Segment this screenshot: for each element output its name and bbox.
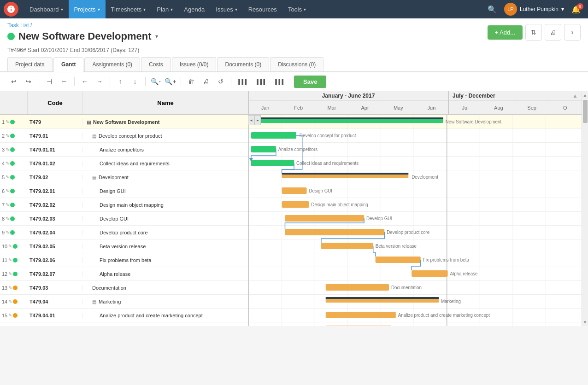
vertical-scrollbar[interactable]: ▲ ▼ — [582, 91, 588, 326]
undo-button[interactable]: ↩ — [7, 75, 20, 88]
nav-agenda[interactable]: Agenda — [178, 0, 210, 18]
chart-row-6 — [249, 184, 582, 198]
scroll-up-button[interactable]: ▲ — [582, 91, 588, 99]
table-row[interactable]: 6✎ T479.02.01 Design GUI — [0, 184, 248, 198]
edit-icon[interactable]: ✎ — [6, 133, 9, 138]
scroll-right-arrow[interactable]: ▸ — [254, 115, 261, 125]
redo-button[interactable]: ↪ — [22, 75, 35, 88]
tabs-bar: Project data Gantt Assignments (0) Costs… — [0, 57, 588, 72]
scroll-up-icon[interactable]: ▲ — [572, 93, 578, 99]
indent-left-button[interactable]: ⊣ — [43, 75, 56, 88]
chevron-down-icon: ▾ — [98, 7, 100, 12]
tab-costs[interactable]: Costs — [141, 57, 171, 71]
table-row[interactable]: 4✎ T479.01.02 Collect ideas and requirem… — [0, 157, 248, 170]
view-cols-3-button[interactable]: ▌▌▌ — [272, 75, 288, 88]
refresh-button[interactable]: ↺ — [214, 75, 227, 88]
tab-assignments[interactable]: Assignments (0) — [84, 57, 140, 71]
table-row[interactable]: 14✎ T479.04 ▤ Marketing — [0, 295, 248, 309]
col-num-header — [0, 91, 28, 114]
view-cols-2-button[interactable]: ▌▌▌ — [253, 75, 270, 88]
nav-issues[interactable]: Issues▾ — [210, 0, 243, 18]
edit-icon[interactable]: ✎ — [6, 175, 9, 180]
tab-gantt[interactable]: Gantt — [53, 57, 83, 72]
tab-issues[interactable]: Issues (0/0) — [172, 57, 217, 71]
nav-timesheets[interactable]: Timesheets▾ — [106, 0, 152, 18]
edit-icon[interactable]: ✎ — [6, 202, 9, 207]
notifications-bell[interactable]: 🔔 9 — [568, 3, 584, 16]
status-dot — [10, 120, 15, 124]
breadcrumb[interactable]: Task List / — [7, 22, 32, 29]
collapse-icon[interactable]: ▤ — [87, 120, 91, 125]
chevron-down-icon: ▾ — [304, 7, 306, 12]
toggle-columns-button[interactable]: ⇅ — [525, 24, 542, 41]
project-chevron-icon[interactable]: ▾ — [155, 33, 158, 40]
tab-project-data[interactable]: Project data — [7, 57, 53, 71]
table-row[interactable]: 11✎ T479.02.06 Fix problems from beta — [0, 253, 248, 267]
view-cols-1-button[interactable]: ▌▌▌ — [235, 75, 252, 88]
nav-resources[interactable]: Resources — [243, 0, 282, 18]
chart-row-5 — [249, 170, 582, 184]
edit-icon[interactable]: ✎ — [8, 244, 12, 249]
nav-tools[interactable]: Tools▾ — [282, 0, 312, 18]
tab-discussions[interactable]: Discussions (0) — [270, 57, 323, 71]
status-dot — [13, 313, 18, 318]
top-navigation: Dashboard▾ Projects▾ Timesheets▾ Plan▾ A… — [0, 0, 588, 18]
table-row[interactable]: 15✎ T479.04.01 Analize product and creat… — [0, 309, 248, 322]
collapse-icon[interactable]: ▤ — [92, 299, 96, 304]
table-row[interactable]: 9✎ T479.02.04 Develop product core — [0, 226, 248, 239]
table-row[interactable]: 10✎ T479.02.05 Beta version release — [0, 239, 248, 253]
table-row[interactable]: 12✎ T479.02.07 Alpha release — [0, 267, 248, 281]
move-right-button[interactable]: → — [93, 75, 106, 88]
user-menu[interactable]: LP Luther Pumpkin ▾ — [504, 3, 564, 16]
nav-dashboard[interactable]: Dashboard▾ — [24, 0, 69, 18]
print-button[interactable]: 🖨 — [545, 24, 561, 41]
scroll-down-button[interactable]: ▼ — [582, 318, 588, 326]
edit-icon[interactable]: ✎ — [8, 257, 12, 262]
nav-projects[interactable]: Projects▾ — [69, 0, 106, 18]
edit-icon[interactable]: ✎ — [8, 271, 12, 276]
table-row[interactable]: 1✎ T479 ▤ New Software Development — [0, 115, 248, 129]
edit-icon[interactable]: ✎ — [8, 313, 12, 318]
add-button[interactable]: + Add... — [488, 25, 523, 40]
edit-icon[interactable]: ✎ — [6, 147, 9, 152]
table-row[interactable]: 2✎ T479.01 ▤ Develop concept for product — [0, 129, 248, 143]
move-up-button[interactable]: ↑ — [114, 75, 127, 88]
edit-icon[interactable]: ✎ — [8, 299, 12, 304]
collapse-icon[interactable]: ▤ — [92, 134, 96, 139]
table-row[interactable]: 13✎ T479.03 Documentation — [0, 281, 248, 295]
delete-button[interactable]: 🗑 — [185, 75, 198, 88]
save-button[interactable]: Save — [294, 76, 326, 88]
edit-icon[interactable]: ✎ — [6, 230, 9, 235]
edit-icon[interactable]: ✎ — [8, 285, 12, 290]
edit-icon[interactable]: ✎ — [6, 161, 9, 166]
table-row[interactable]: 8✎ T479.02.03 Develop GUI — [0, 212, 248, 226]
move-left-button[interactable]: ← — [78, 75, 91, 88]
col-code-header: Code — [28, 91, 83, 114]
zoom-out-button[interactable]: 🔍- — [149, 75, 162, 88]
edit-icon[interactable]: ✎ — [6, 188, 9, 193]
table-row[interactable]: 16✎ T479.04.02 Create marketing strategy — [0, 322, 248, 326]
collapse-panel-button[interactable]: › — [564, 24, 581, 41]
scroll-thumb[interactable] — [583, 100, 588, 123]
chart-row-10 — [249, 239, 582, 253]
notification-count: 9 — [577, 3, 583, 10]
app-logo[interactable] — [4, 2, 18, 17]
status-dot — [10, 230, 15, 235]
table-row[interactable]: 5✎ T479.02 ▤ Development — [0, 170, 248, 184]
nav-items-list: Dashboard▾ Projects▾ Timesheets▾ Plan▾ A… — [24, 0, 484, 18]
indent-right-button[interactable]: ⊢ — [58, 75, 71, 88]
nav-plan[interactable]: Plan▾ — [151, 0, 178, 18]
table-row[interactable]: 7✎ T479.02.02 Design main object mapping — [0, 198, 248, 212]
table-row[interactable]: 3✎ T479.01.01 Analize competitors — [0, 143, 248, 157]
collapse-icon[interactable]: ▤ — [92, 175, 96, 180]
edit-icon[interactable]: ✎ — [6, 216, 9, 221]
task-table: Code Name 1✎ T479 ▤ New Software Develop… — [0, 91, 249, 326]
move-down-button[interactable]: ↓ — [129, 75, 141, 88]
search-icon[interactable]: 🔍 — [484, 3, 500, 16]
scroll-left-arrow[interactable]: ◂ — [248, 115, 254, 125]
print-gantt-button[interactable]: 🖨 — [200, 75, 212, 88]
zoom-in-button[interactable]: 🔍+ — [164, 75, 177, 88]
chart-row-1 — [249, 115, 582, 129]
edit-icon[interactable]: ✎ — [6, 119, 9, 124]
tab-documents[interactable]: Documents (0) — [217, 57, 269, 71]
